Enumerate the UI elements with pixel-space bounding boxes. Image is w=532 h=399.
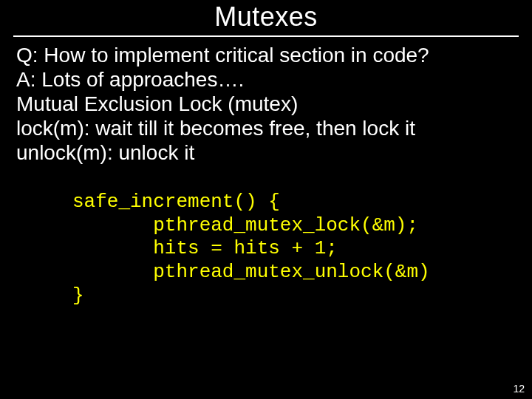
- body-line-5: unlock(m): unlock it: [16, 140, 516, 165]
- body-line-2: A: Lots of approaches….: [16, 67, 516, 92]
- body-text: Q: How to implement critical section in …: [16, 43, 516, 165]
- code-block: safe_increment() { pthread_mutex_lock(&m…: [72, 191, 430, 308]
- slide: Mutexes Q: How to implement critical sec…: [0, 0, 532, 399]
- body-line-1: Q: How to implement critical section in …: [16, 43, 516, 67]
- page-number: 12: [513, 383, 525, 395]
- body-line-3: Mutual Exclusion Lock (mutex): [16, 92, 516, 116]
- slide-title: Mutexes: [0, 0, 532, 33]
- title-underline: [13, 35, 519, 37]
- body-line-4: lock(m): wait till it becomes free, then…: [16, 116, 516, 140]
